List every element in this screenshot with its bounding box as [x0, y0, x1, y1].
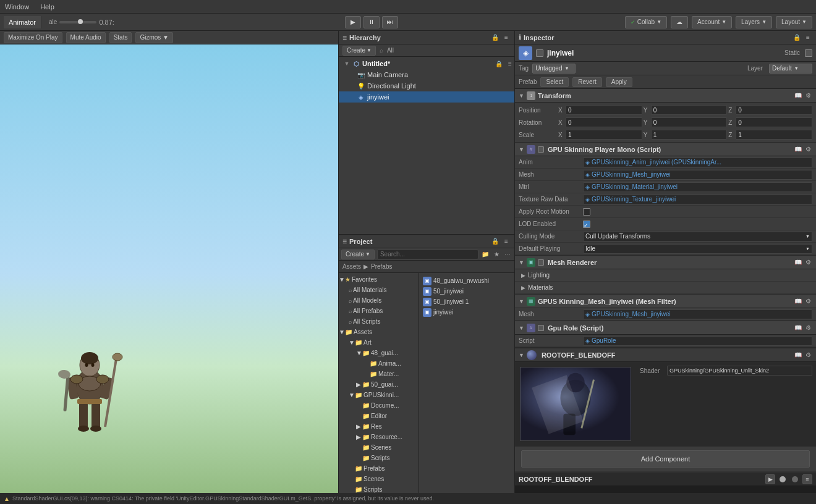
add-component-button[interactable]: Add Component: [521, 450, 810, 468]
scale-y-value[interactable]: 1: [651, 130, 728, 140]
hierarchy-lock-icon[interactable]: 🔒: [491, 33, 499, 42]
file-50jinyiwei1[interactable]: ▣ 50_jinyiwei 1: [422, 296, 512, 307]
tree-art[interactable]: ▼ 📁 Art: [339, 337, 419, 348]
hierarchy-directional-light[interactable]: 💡 Directional Light: [339, 80, 514, 91]
mesh-filter-mesh-value[interactable]: ◈ GPUSkinning_Mesh_jinyiwei: [583, 309, 812, 319]
shader-dropdown[interactable]: GPUSkinning/GPUSkinning_Unlit_Skin2: [667, 366, 812, 376]
tree-editor[interactable]: 📁 Editor: [339, 411, 419, 421]
anim-more-btn[interactable]: ≡: [802, 474, 812, 484]
hierarchy-scene-root[interactable]: ▼ ⬡ Untitled* 🔒 ≡: [339, 58, 514, 69]
hierarchy-create-btn[interactable]: Create ▼: [342, 46, 376, 56]
gpu-role-enabled-checkbox[interactable]: [538, 325, 544, 331]
mesh-renderer-enabled-checkbox[interactable]: [538, 259, 544, 266]
lod-checkbox[interactable]: ✓: [583, 220, 590, 228]
tree-all-prefabs[interactable]: ⌕ All Prefabs: [339, 306, 419, 316]
apply-root-checkbox[interactable]: [583, 208, 590, 216]
default-playing-dropdown[interactable]: Idle ▼: [583, 244, 812, 254]
lighting-sub-header[interactable]: ▶ Lighting: [515, 269, 816, 282]
materials-sub-header[interactable]: ▶ Materials: [515, 282, 816, 294]
prefab-apply-btn[interactable]: Apply: [606, 77, 632, 87]
mtrl-value[interactable]: ◈ GPUSkinning_Material_jinyiwei: [583, 182, 812, 192]
object-enabled-checkbox[interactable]: [536, 49, 543, 57]
tree-assets-root[interactable]: ▼ 📁 Assets: [339, 327, 419, 337]
file-jinyiwei-prefab[interactable]: ▣ jinyiwei: [422, 307, 512, 317]
maximize-on-play-btn[interactable]: Maximize On Play: [4, 32, 62, 43]
project-dots-icon[interactable]: ⋯: [503, 250, 512, 259]
animator-tab[interactable]: Animator: [4, 16, 41, 28]
tree-scenes-root[interactable]: 📁 Scenes: [339, 474, 419, 484]
mesh-filter-header[interactable]: ▼ ▦ GPUS Kinning_Mesh_jinyiwei (Mesh Fil…: [515, 295, 816, 308]
play-button[interactable]: ▶: [345, 16, 361, 28]
gizmos-btn[interactable]: Gizmos ▼: [135, 32, 173, 43]
rotation-z-value[interactable]: 0: [736, 117, 812, 127]
tree-mater[interactable]: 📁 Mater...: [339, 369, 419, 379]
project-create-btn[interactable]: Create ▼: [341, 250, 375, 259]
pause-button[interactable]: ⏸: [363, 16, 380, 28]
project-menu-icon[interactable]: ≡: [502, 237, 511, 246]
tree-all-scripts[interactable]: ⌕ All Scripts: [339, 316, 419, 327]
material-book-icon[interactable]: 📖: [794, 351, 802, 359]
position-z-value[interactable]: 0: [736, 105, 812, 115]
menu-help[interactable]: Help: [38, 3, 57, 10]
cloud-button[interactable]: ☁: [671, 16, 688, 28]
tree-50guai[interactable]: ▶ 📁 50_guai...: [339, 379, 419, 390]
scene-view[interactable]: https://blog.csdn.net/liweizhao: [0, 44, 338, 504]
hierarchy-main-camera[interactable]: 📷 Main Camera: [339, 69, 514, 80]
transform-gear-icon[interactable]: ⚙: [804, 91, 812, 100]
mesh-filter-book-icon[interactable]: 📖: [794, 297, 802, 306]
scene-menu-icon[interactable]: ≡: [506, 59, 514, 68]
layout-button[interactable]: Layout ▼: [776, 16, 812, 28]
gpu-skinning-header[interactable]: ▼ # GPU Skinning Player Mono (Script) 📖 …: [515, 143, 816, 156]
tree-resource[interactable]: ▶ 📁 Resource...: [339, 432, 419, 442]
transform-component-header[interactable]: ▼ ↕ Transform 📖 ⚙: [515, 89, 816, 103]
material-header[interactable]: ▼ ROOTOFF_BLENDOFF 📖 ⚙: [515, 348, 816, 362]
inspector-lock-icon[interactable]: 🔒: [793, 33, 801, 42]
tree-scripts-gpu[interactable]: 📁 Scripts: [339, 453, 419, 463]
anim-value[interactable]: ◈ GPUSkinning_Anim_jinyiwei (GPUSkinning…: [583, 158, 812, 167]
mesh-filter-gear-icon[interactable]: ⚙: [804, 297, 812, 306]
gpu-book-icon[interactable]: 📖: [794, 145, 802, 154]
gpu-role-header[interactable]: ▼ # Gpu Role (Script) 📖 ⚙: [515, 321, 816, 335]
mesh-renderer-book-icon[interactable]: 📖: [794, 258, 802, 267]
material-gear-icon[interactable]: ⚙: [804, 351, 812, 359]
tree-prefabs-root[interactable]: 📁 Prefabs: [339, 463, 419, 474]
gpu-gear-icon[interactable]: ⚙: [804, 145, 812, 154]
scale-thumb[interactable]: [78, 19, 83, 24]
position-x-value[interactable]: 0: [566, 105, 642, 115]
collab-button[interactable]: ✓ Collab ▼: [625, 16, 667, 28]
tree-scenes-gpu[interactable]: 📁 Scenes: [339, 442, 419, 453]
mesh-renderer-header[interactable]: ▼ ▣ Mesh Renderer 📖 ⚙: [515, 256, 816, 269]
gpu-enabled-checkbox[interactable]: [538, 146, 544, 153]
tree-favorites[interactable]: ▼ ★ Favorites: [339, 274, 419, 285]
transform-book-icon[interactable]: 📖: [794, 91, 802, 100]
tree-gpuskinni[interactable]: ▼ 📁 GPUSkinni...: [339, 390, 419, 400]
menu-items[interactable]: Window Help: [2, 3, 57, 10]
mesh-value[interactable]: ◈ GPUSkinning_Mesh_jinyiwei: [583, 170, 812, 180]
menu-window[interactable]: Window: [2, 3, 32, 10]
scale-z-value[interactable]: 1: [736, 130, 812, 140]
layers-button[interactable]: Layers ▼: [736, 16, 772, 28]
rotation-x-value[interactable]: 0: [566, 117, 642, 127]
stats-btn[interactable]: Stats: [109, 32, 132, 43]
static-checkbox[interactable]: [805, 49, 812, 57]
file-50jinyiwei[interactable]: ▣ 50_jinyiwei: [422, 286, 512, 296]
texture-value[interactable]: ◈ GPUSkinning_Texture_jinyiwei: [583, 195, 812, 204]
gpu-role-script-value[interactable]: ◈ GpuRole: [583, 336, 812, 346]
prefab-revert-btn[interactable]: Revert: [572, 77, 601, 87]
tree-docume[interactable]: 📁 Docume...: [339, 400, 419, 411]
layer-dropdown[interactable]: Default ▼: [769, 64, 812, 74]
account-button[interactable]: Account ▼: [692, 16, 732, 28]
scale-track[interactable]: [59, 21, 96, 23]
tree-all-models[interactable]: ⌕ All Models: [339, 295, 419, 306]
hierarchy-menu-icon[interactable]: ≡: [502, 33, 511, 42]
gpu-role-book-icon[interactable]: 📖: [794, 324, 802, 332]
tree-48guai[interactable]: ▼ 📁 48_guai...: [339, 348, 419, 358]
scene-lock-icon[interactable]: 🔒: [495, 59, 503, 68]
inspector-menu-icon[interactable]: ≡: [804, 33, 812, 42]
file-48guaiwu[interactable]: ▣ 48_guaiwu_nvwushi: [422, 275, 512, 286]
scale-x-value[interactable]: 1: [566, 130, 642, 140]
anim-play-btn[interactable]: ▶: [765, 474, 775, 484]
tree-all-materials[interactable]: ⌕ All Materials: [339, 285, 419, 295]
breadcrumb-assets[interactable]: Assets: [342, 263, 361, 270]
project-search-input[interactable]: [377, 250, 478, 259]
